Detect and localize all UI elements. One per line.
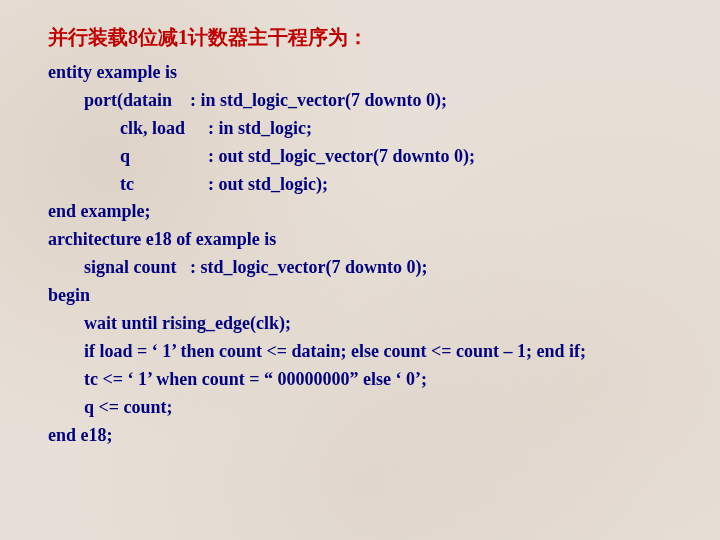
port-type: : in std_logic;	[208, 118, 312, 138]
port-name: clk, load	[120, 115, 208, 143]
code-line: q: out std_logic_vector(7 downto 0);	[48, 143, 672, 171]
port-name: port(datain	[84, 90, 172, 110]
code-line: signal count : std_logic_vector(7 downto…	[48, 254, 672, 282]
port-type: : out std_logic);	[208, 174, 328, 194]
code-line: tc <= ‘ 1’ when count = “ 00000000” else…	[48, 366, 672, 394]
code-line: tc: out std_logic);	[48, 171, 672, 199]
code-line: q <= count;	[48, 394, 672, 422]
code-line: end e18;	[48, 422, 672, 450]
code-line: if load = ‘ 1’ then count <= datain; els…	[48, 338, 672, 366]
code-line: begin	[48, 282, 672, 310]
code-line: wait until rising_edge(clk);	[48, 310, 672, 338]
document-content: 并行装载8位减1计数器主干程序为： entity example is port…	[0, 0, 720, 473]
port-name: q	[120, 143, 208, 171]
code-line: entity example is	[48, 59, 672, 87]
code-line: end example;	[48, 198, 672, 226]
document-title: 并行装载8位减1计数器主干程序为：	[48, 24, 672, 51]
code-line: clk, load: in std_logic;	[48, 115, 672, 143]
port-type: : out std_logic_vector(7 downto 0);	[208, 146, 475, 166]
port-type: : in std_logic_vector(7 downto 0);	[190, 90, 447, 110]
code-line: architecture e18 of example is	[48, 226, 672, 254]
code-line: port(datain : in std_logic_vector(7 down…	[48, 87, 672, 115]
port-name: tc	[120, 171, 208, 199]
